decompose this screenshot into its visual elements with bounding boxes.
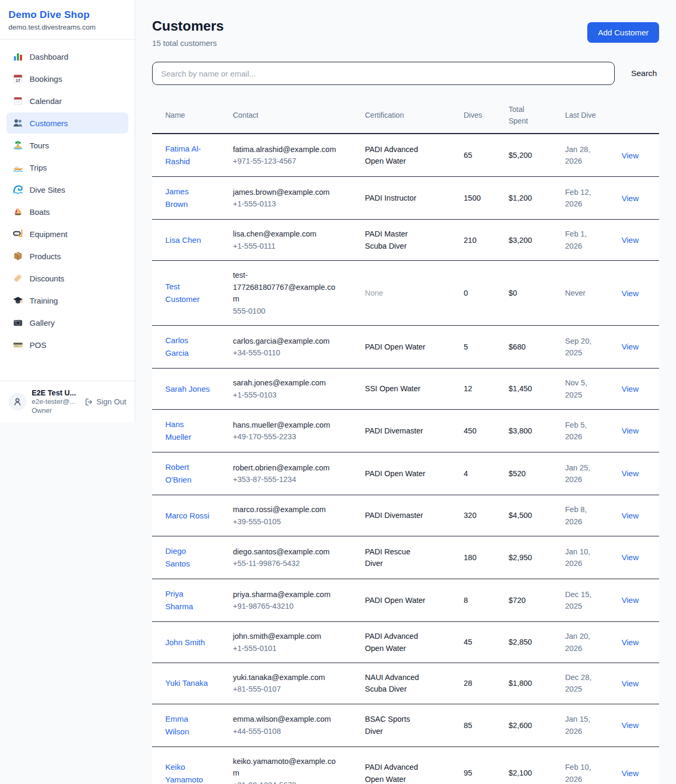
- customer-name-link[interactable]: Emma Wilson: [165, 713, 212, 738]
- customer-last-dive: Jan 28, 2026: [565, 144, 597, 167]
- view-link[interactable]: View: [622, 235, 639, 244]
- customer-certification: PADI Divemaster: [365, 425, 423, 437]
- customer-name-link[interactable]: Test Customer: [165, 280, 212, 306]
- customer-row: Fatima Al-Rashidfatima.alrashid@example.…: [152, 134, 659, 177]
- customer-contact-cell: test-1772681807767@example.com555-0100: [229, 261, 361, 326]
- customer-certification: NAUI Advanced Scuba Diver: [365, 672, 427, 695]
- customer-name-link[interactable]: Keiko Yamamoto: [165, 761, 212, 784]
- customer-last-dive-cell: Feb 12, 2026: [561, 177, 617, 220]
- view-link[interactable]: View: [622, 721, 639, 730]
- customer-total-spent-cell: $3,800: [504, 410, 561, 452]
- customer-name-link[interactable]: John Smith: [165, 636, 205, 649]
- sidebar-item-dashboard[interactable]: Dashboard: [6, 46, 128, 67]
- customer-row: James Brownjames.brown@example.com+1-555…: [152, 177, 659, 220]
- customer-email: john.smith@example.com: [233, 630, 340, 642]
- sign-out-label: Sign Out: [97, 398, 126, 406]
- view-link[interactable]: View: [622, 342, 639, 351]
- customer-phone: +971-55-123-4567: [233, 155, 340, 167]
- column-header-actions: [617, 98, 659, 134]
- customer-email: sarah.jones@example.com: [233, 377, 340, 389]
- customer-last-dive: Jan 25, 2026: [565, 462, 597, 486]
- customer-certification-cell: PADI Advanced Open Water: [361, 747, 459, 784]
- customer-dives-cell: 4: [459, 452, 504, 495]
- customer-name-link[interactable]: Robert O'Brien: [165, 461, 212, 486]
- customer-certification: PADI Open Water: [365, 594, 425, 606]
- customer-certification-cell: PADI Divemaster: [361, 495, 459, 536]
- customer-name-link[interactable]: Marco Rossi: [165, 509, 209, 522]
- customer-name-cell: Lisa Chen: [152, 220, 229, 261]
- customer-name-link[interactable]: Carlos Garcia: [165, 334, 212, 360]
- column-header-contact: Contact: [229, 98, 361, 134]
- sidebar-item-gallery[interactable]: Gallery: [6, 312, 128, 333]
- search-input[interactable]: [152, 62, 615, 85]
- search-button[interactable]: Search: [629, 64, 659, 82]
- sidebar-header: Demo Dive Shop demo.test.divestreams.com: [0, 0, 135, 40]
- view-link[interactable]: View: [622, 194, 639, 203]
- view-link[interactable]: View: [622, 289, 639, 298]
- sign-out-button[interactable]: Sign Out: [84, 398, 126, 407]
- customer-view-cell: View: [617, 452, 659, 495]
- customer-phone: +353-87-555-1234: [233, 474, 340, 485]
- customer-dives-cell: 1500: [459, 177, 504, 220]
- customer-last-dive-cell: Jan 25, 2026: [561, 452, 617, 495]
- tear-off-calendar-icon: [13, 96, 23, 106]
- label-tag-icon: [13, 273, 23, 284]
- sidebar-item-training[interactable]: Training: [6, 290, 128, 311]
- customer-contact-cell: keiko.yamamoto@example.com+81-90-1234-56…: [229, 747, 361, 784]
- customer-view-cell: View: [617, 536, 659, 579]
- sidebar-nav: Dashboard17BookingsCalendarCustomersTour…: [0, 40, 135, 381]
- view-link[interactable]: View: [622, 151, 639, 160]
- view-link[interactable]: View: [622, 596, 639, 604]
- sidebar-item-trips[interactable]: Trips: [6, 157, 128, 178]
- customer-certification-cell: PADI Open Water: [361, 452, 459, 495]
- customer-last-dive-cell: Feb 5, 2026: [561, 410, 617, 452]
- sidebar-item-customers[interactable]: Customers: [6, 112, 128, 134]
- view-link[interactable]: View: [622, 384, 639, 393]
- sidebar-item-calendar[interactable]: Calendar: [6, 90, 128, 111]
- customer-last-dive: Jan 20, 2026: [565, 630, 597, 654]
- view-link[interactable]: View: [622, 679, 639, 688]
- add-customer-button[interactable]: Add Customer: [587, 22, 659, 43]
- column-header-name: Name: [152, 98, 229, 134]
- view-link[interactable]: View: [622, 426, 639, 435]
- view-link[interactable]: View: [622, 769, 639, 778]
- customer-email: fatima.alrashid@example.com: [233, 144, 340, 155]
- view-link[interactable]: View: [622, 511, 639, 520]
- sidebar-item-pos[interactable]: POS: [6, 334, 128, 355]
- customer-name-link[interactable]: Priya Sharma: [165, 588, 212, 613]
- customer-total-spent-cell: $2,850: [504, 622, 561, 663]
- customer-contact-cell: yuki.tanaka@example.com+81-555-0107: [229, 663, 361, 704]
- customer-name-link[interactable]: Fatima Al-Rashid: [165, 143, 212, 168]
- customer-contact-cell: lisa.chen@example.com+1-555-0111: [229, 220, 361, 261]
- customer-name-cell: Yuki Tanaka: [152, 663, 229, 704]
- customer-total-spent-cell: $2,950: [504, 536, 561, 579]
- sidebar-item-boats[interactable]: Boats: [6, 201, 128, 222]
- customer-row: Emma Wilsonemma.wilson@example.com+44-55…: [152, 704, 659, 747]
- sidebar-item-label: Customers: [30, 119, 68, 128]
- view-link[interactable]: View: [622, 638, 639, 647]
- sidebar-item-products[interactable]: Products: [6, 245, 128, 267]
- customer-name-link[interactable]: Sarah Jones: [165, 383, 210, 395]
- customer-dives-cell: 450: [459, 410, 504, 452]
- main-content: Customers 15 total customers Add Custome…: [135, 0, 676, 784]
- customer-view-cell: View: [617, 261, 659, 326]
- customer-name-link[interactable]: Yuki Tanaka: [165, 677, 208, 689]
- customer-name-link[interactable]: Hans Mueller: [165, 418, 212, 443]
- view-link[interactable]: View: [622, 553, 639, 562]
- customer-email: keiko.yamamoto@example.com: [233, 755, 340, 779]
- sidebar-item-bookings[interactable]: 17Bookings: [6, 68, 128, 89]
- sidebar-item-discounts[interactable]: Discounts: [6, 268, 128, 289]
- customer-email: robert.obrien@example.com: [233, 462, 340, 474]
- view-link[interactable]: View: [622, 469, 639, 478]
- sidebar-item-dive-sites[interactable]: Dive Sites: [6, 179, 128, 200]
- sidebar-item-equipment[interactable]: Equipment: [6, 223, 128, 244]
- customer-dives-cell: 45: [459, 622, 504, 663]
- customer-name-link[interactable]: Diego Santos: [165, 545, 212, 570]
- customer-name-cell: Emma Wilson: [152, 704, 229, 747]
- customer-name-link[interactable]: James Brown: [165, 185, 212, 211]
- customer-certification-cell: PADI Rescue Diver: [361, 536, 459, 579]
- sidebar-item-tours[interactable]: Tours: [6, 135, 128, 156]
- customer-name-link[interactable]: Lisa Chen: [165, 234, 201, 247]
- customer-certification: PADI Rescue Diver: [365, 546, 427, 570]
- avatar: [8, 393, 26, 411]
